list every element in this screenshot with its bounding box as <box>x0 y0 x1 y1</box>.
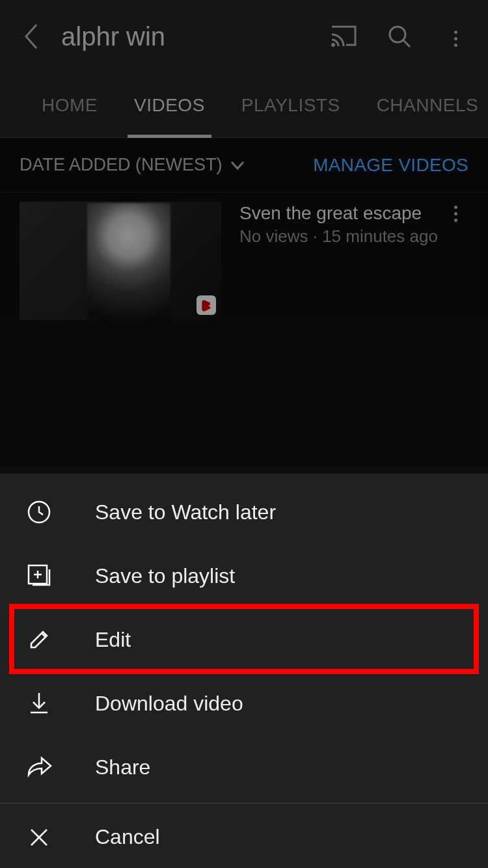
sheet-item-edit[interactable]: Edit <box>0 608 488 671</box>
sheet-item-share[interactable]: Share <box>0 735 488 799</box>
sheet-cancel[interactable]: Cancel <box>0 803 488 868</box>
sheet-item-label: Download video <box>95 692 243 716</box>
sheet-item-label: Share <box>95 755 150 780</box>
sheet-item-label: Edit <box>95 628 131 652</box>
sheet-item-watch-later[interactable]: Save to Watch later <box>0 480 488 544</box>
sheet-item-download[interactable]: Download video <box>0 671 488 735</box>
highlight-annotation <box>9 604 479 674</box>
share-icon <box>26 754 52 780</box>
playlist-add-icon <box>26 563 52 589</box>
close-icon <box>26 824 52 850</box>
sheet-cancel-label: Cancel <box>95 825 160 849</box>
sheet-item-label: Save to Watch later <box>95 500 276 524</box>
modal-scrim[interactable] <box>0 0 488 467</box>
pencil-icon <box>26 627 52 653</box>
clock-icon <box>26 499 52 525</box>
download-icon <box>26 690 52 716</box>
bottom-sheet: Save to Watch later Save to playlist Edi… <box>0 474 488 868</box>
sheet-item-label: Save to playlist <box>95 564 235 588</box>
sheet-item-playlist[interactable]: Save to playlist <box>0 544 488 608</box>
